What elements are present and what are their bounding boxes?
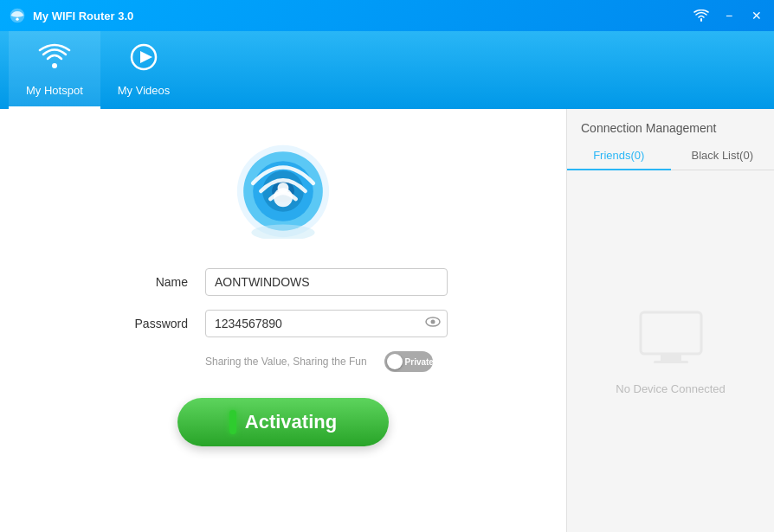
title-bar: My WIFI Router 3.0 − ✕ [0,0,774,31]
eye-icon[interactable] [425,316,441,331]
wifi-nav-icon [37,42,72,79]
svg-rect-17 [654,361,688,363]
private-toggle[interactable]: Private [384,351,433,372]
activate-label: Activating [245,411,337,433]
password-label: Password [119,317,188,330]
name-input[interactable] [205,268,448,296]
password-input[interactable] [205,310,448,337]
toggle-label: Private [405,357,433,367]
tab-blacklist[interactable]: Black List(0) [671,142,775,170]
my-videos-label: My Videos [118,84,170,97]
toggle-knob [387,354,403,369]
form-area: Name Password Sharing the Value, Sharing [119,268,448,372]
nav-bar: My Hotspot My Videos [0,31,774,109]
conn-mgmt-title: Connection Management [567,109,774,142]
activate-indicator [229,410,236,434]
svg-point-14 [431,320,435,324]
main-area: Name Password Sharing the Value, Sharing [0,109,774,532]
sharing-row: Sharing the Value, Sharing the Fun Priva… [205,351,448,372]
svg-rect-16 [661,354,681,361]
svg-point-1 [16,18,18,21]
svg-rect-15 [641,312,701,354]
activate-button[interactable]: Activating [177,398,389,446]
title-bar-controls: − ✕ [693,7,765,24]
name-label: Name [119,275,188,289]
left-panel: Name Password Sharing the Value, Sharing [0,109,566,532]
tab-friends-label: Friends(0) [593,149,644,162]
right-panel: Connection Management Friends(0) Black L… [566,109,774,532]
monitor-icon [636,308,706,372]
sharing-text: Sharing the Value, Sharing the Fun [205,356,367,368]
tab-friends[interactable]: Friends(0) [567,142,671,170]
wifi-logo [235,144,331,242]
svg-marker-4 [140,51,152,63]
wifi-signal-icon [693,7,710,24]
nav-item-my-hotspot[interactable]: My Hotspot [9,31,100,109]
password-row: Password [119,310,448,337]
svg-point-11 [278,183,289,194]
conn-tabs: Friends(0) Black List(0) [567,142,774,170]
app-icon [9,7,26,24]
password-wrapper [205,310,448,337]
app-title: My WIFI Router 3.0 [33,10,133,22]
tab-blacklist-label: Black List(0) [691,149,753,162]
my-hotspot-label: My Hotspot [26,84,83,97]
play-nav-icon [126,42,161,79]
minimize-button[interactable]: − [720,7,738,24]
close-button[interactable]: ✕ [748,7,765,24]
svg-point-2 [52,63,57,68]
no-device-area: No Device Connected [567,170,774,532]
title-bar-left: My WIFI Router 3.0 [9,7,133,24]
no-device-text: No Device Connected [616,382,725,395]
nav-item-my-videos[interactable]: My Videos [100,31,187,109]
name-row: Name [119,268,448,296]
